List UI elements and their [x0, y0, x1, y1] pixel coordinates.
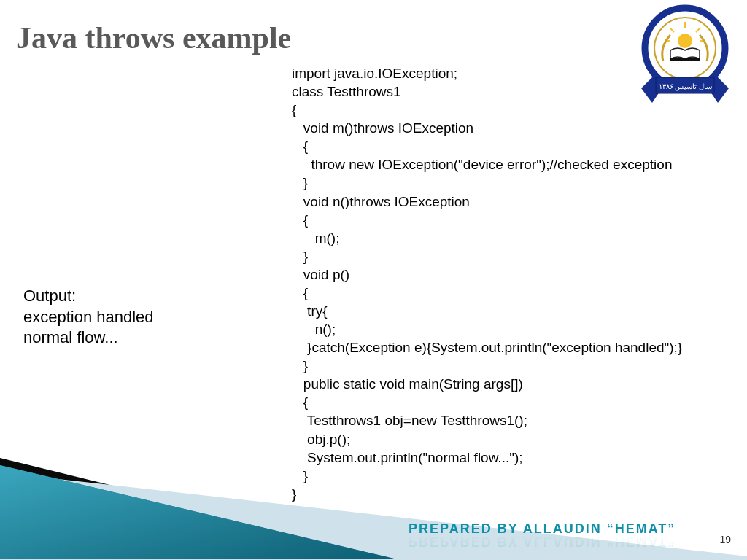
code-line: throw new IOException("device error");//…: [292, 157, 672, 172]
code-line: Testthrows1 obj=new Testthrows1();: [292, 413, 527, 428]
code-line: obj.p();: [292, 432, 350, 447]
slide-title: Java throws example: [16, 20, 291, 55]
slide: Java throws example سال تاسیس ۱۳: [0, 0, 747, 560]
code-line: }: [292, 175, 308, 190]
code-line: try{: [292, 303, 328, 319]
code-line: {: [292, 394, 308, 410]
output-section: Output: exception handled normal flow...: [23, 286, 154, 349]
code-line: }catch(Exception e){System.out.println("…: [292, 340, 682, 355]
code-line: }: [292, 486, 296, 502]
prepared-by-credit: Prepared by Allaudin “Hemat” Prepared by…: [409, 521, 676, 549]
code-line: void m()throws IOException: [292, 120, 473, 136]
output-label: Output:: [23, 286, 154, 307]
code-line: void n()throws IOException: [292, 194, 470, 209]
code-line: {: [292, 102, 296, 117]
code-line: }: [292, 468, 308, 483]
prepared-by-reflection: Prepared by Allaudin “Hemat”: [409, 534, 676, 549]
svg-rect-8: [670, 58, 700, 61]
code-line: m();: [292, 230, 339, 246]
code-line: void p(): [292, 267, 349, 282]
code-line: public static void main(String args[]): [292, 376, 523, 392]
svg-point-2: [678, 34, 692, 48]
code-line: import java.io.IOException;: [292, 66, 457, 81]
output-line: exception handled: [23, 307, 154, 328]
page-number: 19: [719, 534, 731, 545]
code-line: n();: [292, 322, 336, 337]
code-line: System.out.println("normal flow...");: [292, 450, 523, 465]
code-line: {: [292, 285, 308, 300]
code-line: {: [292, 139, 308, 154]
code-line: }: [292, 249, 308, 264]
output-line: normal flow...: [23, 327, 154, 349]
code-line: {: [292, 212, 308, 228]
code-block: import java.io.IOException; class Testth…: [292, 64, 729, 503]
code-line: }: [292, 358, 308, 373]
code-line: class Testthrows1: [292, 84, 401, 99]
